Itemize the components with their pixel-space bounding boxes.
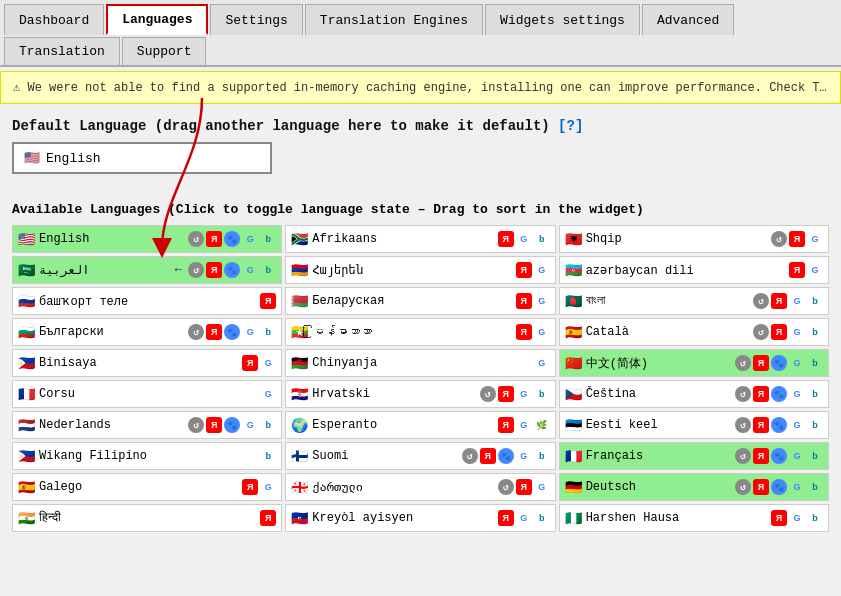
bing-icon[interactable]: b [260,231,276,247]
lang-item[interactable]: 🇩🇪Deutsch↺Я🐾Gb [559,473,829,501]
yandex-icon[interactable]: Я [242,479,258,495]
refresh-icon[interactable]: ↺ [735,417,751,433]
google-icon[interactable]: G [807,231,823,247]
yandex-icon[interactable]: Я [516,479,532,495]
google-icon[interactable]: G [789,324,805,340]
tab-support[interactable]: Support [122,37,207,65]
refresh-icon[interactable]: ↺ [498,479,514,495]
tab-languages[interactable]: Languages [106,4,208,35]
yandex-icon[interactable]: Я [753,355,769,371]
refresh-icon[interactable]: ↺ [462,448,478,464]
yandex-icon[interactable]: Я [753,448,769,464]
yandex-icon[interactable]: Я [206,417,222,433]
lang-item[interactable]: 🇧🇾БеларускаяЯG [285,287,555,315]
refresh-icon[interactable]: ↺ [735,479,751,495]
google-icon[interactable]: G [807,262,823,278]
lang-item[interactable]: 🇫🇮Suomi↺Я🐾Gb [285,442,555,470]
lang-item[interactable]: 🇮🇳हिन्दीЯ [12,504,282,532]
paw-icon[interactable]: 🐾 [224,417,240,433]
bing-icon[interactable]: b [534,510,550,526]
bing-icon[interactable]: b [807,479,823,495]
paw-icon[interactable]: 🐾 [771,479,787,495]
google-icon[interactable]: G [789,479,805,495]
bing-icon[interactable]: b [807,448,823,464]
arrow-icon[interactable]: ← [170,262,186,278]
google-icon[interactable]: G [516,510,532,526]
google-icon[interactable]: G [789,417,805,433]
refresh-icon[interactable]: ↺ [753,293,769,309]
lang-item[interactable]: 🌍EsperantoЯG🌿 [285,411,555,439]
lang-item[interactable]: 🇭🇷Hrvatski↺ЯGb [285,380,555,408]
tab-widgets-settings[interactable]: Widgets settings [485,4,640,35]
tab-advanced[interactable]: Advanced [642,4,734,35]
bing-icon[interactable]: b [260,448,276,464]
paw-icon[interactable]: 🐾 [771,355,787,371]
lang-item[interactable]: 🇧🇬Български↺Я🐾Gb [12,318,282,346]
lang-item[interactable]: 🇳🇱Nederlands↺Я🐾Gb [12,411,282,439]
misc-icon[interactable]: 🌿 [534,417,550,433]
yandex-icon[interactable]: Я [260,510,276,526]
yandex-icon[interactable]: Я [498,417,514,433]
tab-dashboard[interactable]: Dashboard [4,4,104,35]
lang-item[interactable]: 🇸🇦العربية←↺Я🐾Gb [12,256,282,284]
lang-item[interactable]: 🇫🇷Français↺Я🐾Gb [559,442,829,470]
yandex-icon[interactable]: Я [206,262,222,278]
google-icon[interactable]: G [242,417,258,433]
bing-icon[interactable]: b [260,417,276,433]
refresh-icon[interactable]: ↺ [188,231,204,247]
google-icon[interactable]: G [516,386,532,402]
yandex-icon[interactable]: Я [771,324,787,340]
google-icon[interactable]: G [789,355,805,371]
google-icon[interactable]: G [789,510,805,526]
lang-item[interactable]: 🇦🇲ՀայերենЯG [285,256,555,284]
google-icon[interactable]: G [534,293,550,309]
bing-icon[interactable]: b [807,324,823,340]
google-icon[interactable]: G [534,262,550,278]
lang-item[interactable]: 🇨🇳中文(简体)↺Я🐾Gb [559,349,829,377]
paw-icon[interactable]: 🐾 [771,386,787,402]
yandex-icon[interactable]: Я [789,231,805,247]
yandex-icon[interactable]: Я [242,355,258,371]
yandex-icon[interactable]: Я [480,448,496,464]
google-icon[interactable]: G [242,231,258,247]
lang-item[interactable]: 🇪🇸GalegoЯG [12,473,282,501]
bing-icon[interactable]: b [260,262,276,278]
google-icon[interactable]: G [260,479,276,495]
lang-item[interactable]: 🇷🇺башҡорт телеЯ [12,287,282,315]
google-icon[interactable]: G [260,386,276,402]
yandex-icon[interactable]: Я [771,293,787,309]
paw-icon[interactable]: 🐾 [498,448,514,464]
tab-translation[interactable]: Translation [4,37,120,65]
yandex-icon[interactable]: Я [498,510,514,526]
paw-icon[interactable]: 🐾 [771,417,787,433]
google-icon[interactable]: G [789,448,805,464]
lang-item[interactable]: 🇭🇹Kreyòl ayisyenЯGb [285,504,555,532]
yandex-icon[interactable]: Я [789,262,805,278]
refresh-icon[interactable]: ↺ [735,355,751,371]
google-icon[interactable]: G [260,355,276,371]
yandex-icon[interactable]: Я [516,293,532,309]
lang-item[interactable]: 🇬🇪ქართული↺ЯG [285,473,555,501]
refresh-icon[interactable]: ↺ [188,324,204,340]
help-link[interactable]: [?] [558,118,583,134]
yandex-icon[interactable]: Я [206,324,222,340]
lang-item[interactable]: 🇪🇸Català↺ЯGb [559,318,829,346]
refresh-icon[interactable]: ↺ [188,262,204,278]
yandex-icon[interactable]: Я [753,386,769,402]
google-icon[interactable]: G [516,231,532,247]
refresh-icon[interactable]: ↺ [735,386,751,402]
lang-item[interactable]: 🇦🇱Shqip↺ЯG [559,225,829,253]
google-icon[interactable]: G [534,479,550,495]
bing-icon[interactable]: b [807,293,823,309]
google-icon[interactable]: G [789,293,805,309]
google-icon[interactable]: G [516,448,532,464]
lang-item[interactable]: 🇨🇿Čeština↺Я🐾Gb [559,380,829,408]
yandex-icon[interactable]: Я [753,479,769,495]
lang-item[interactable]: 🇲🇼ChinyanjaG [285,349,555,377]
paw-icon[interactable]: 🐾 [771,448,787,464]
refresh-icon[interactable]: ↺ [753,324,769,340]
tab-settings[interactable]: Settings [210,4,302,35]
lang-item[interactable]: 🇿🇦AfrikaansЯGb [285,225,555,253]
google-icon[interactable]: G [534,355,550,371]
refresh-icon[interactable]: ↺ [188,417,204,433]
